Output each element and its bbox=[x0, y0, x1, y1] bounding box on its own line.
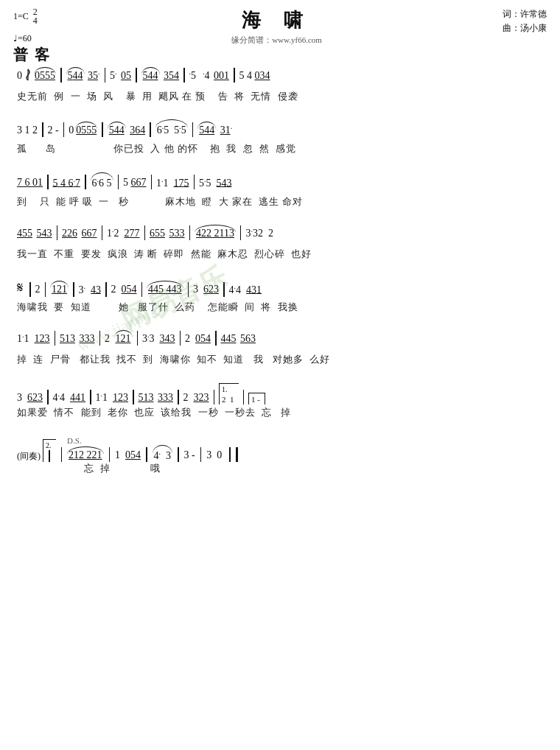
lyrics-row-3: 到 只 能 呼 吸 一 秒 麻木地 瞪 大 家在 逃生 命对 bbox=[17, 196, 543, 209]
bar-line bbox=[45, 282, 46, 297]
style-label: 普 客 bbox=[13, 43, 51, 66]
note: 5. bbox=[110, 67, 119, 83]
bar-line bbox=[214, 390, 215, 404]
bar-line bbox=[183, 68, 185, 83]
note: 3. 43 bbox=[79, 281, 102, 297]
bar-line bbox=[234, 68, 235, 83]
score-row-5: 𝄋 2 121 3. 43 2 054 445 443 bbox=[17, 278, 543, 315]
bar-line bbox=[146, 447, 147, 462]
notes-row-5: 𝄋 2 121 3. 43 2 054 445 443 bbox=[17, 278, 543, 301]
volta-label: 1. bbox=[222, 385, 234, 394]
notes-row-7: 3 623 4.4 441 1.1 123 513 333 2 323 1. 2… bbox=[17, 383, 543, 407]
note: .4 bbox=[197, 67, 210, 83]
bar-line bbox=[118, 175, 119, 189]
lyrics-row-4: 我一直 不重 要发 疯浪 涛 断 碎即 然能 麻木忍 烈心碎 也好 bbox=[17, 248, 543, 262]
note: 2 1 bbox=[222, 394, 234, 404]
time-signature: 1=C 24 bbox=[13, 7, 51, 27]
bar-line bbox=[63, 122, 65, 137]
score-row-6: 1.1 123 513 333 2 121 3.3 343 2 054 445 bbox=[17, 330, 543, 367]
composer: 曲：汤小康 bbox=[503, 21, 547, 35]
note: 513 bbox=[60, 332, 75, 346]
notes-row-8: (间奏) 2. D.S. 212 221 1 0 bbox=[17, 435, 543, 463]
notes-row-1: 0 0555 544 35. bbox=[17, 67, 543, 91]
score-row-3: 7 6 01 5 4 6.7 6.6 5 5 667 1.1 175 5.5 5… bbox=[17, 172, 543, 209]
note: 4. 3 bbox=[154, 447, 172, 463]
bar-line bbox=[57, 225, 58, 240]
note: 0 bbox=[17, 69, 22, 83]
note: 2 bbox=[35, 283, 41, 296]
bar-line bbox=[73, 282, 74, 297]
note: 333 bbox=[155, 391, 174, 404]
note: 121 bbox=[116, 332, 131, 346]
note: 544 bbox=[109, 124, 125, 137]
interlude-label: (间奏) bbox=[17, 451, 41, 463]
note: 422 2113 bbox=[196, 227, 234, 240]
note: 3 1 2 bbox=[17, 124, 38, 137]
ds-label: D.S. bbox=[67, 435, 82, 446]
note: 544 bbox=[143, 70, 158, 81]
note: 31. bbox=[217, 122, 232, 137]
bar-line bbox=[229, 447, 231, 462]
notes-row-6: 1.1 123 513 333 2 121 3.3 343 2 054 445 bbox=[17, 330, 543, 354]
note: 001 bbox=[211, 69, 230, 83]
note: 2 054 bbox=[185, 332, 211, 346]
note: 1 054 bbox=[115, 449, 141, 462]
header-right: 词：许常德 曲：汤小康 bbox=[503, 7, 547, 35]
note: 445 bbox=[221, 332, 237, 346]
note: 3 0 bbox=[206, 449, 222, 462]
song-title: 海 啸 bbox=[51, 7, 503, 33]
note: 455 bbox=[17, 227, 32, 240]
note: 354 bbox=[161, 69, 180, 83]
note: 1.1 175 bbox=[156, 175, 189, 190]
bar-line bbox=[133, 390, 134, 404]
note: 543 bbox=[34, 227, 52, 240]
note: 35. bbox=[85, 67, 100, 83]
lyrics-row-2: 孤 岛 你已投 入 他 的怀 抱 我 忽 然 感觉 bbox=[17, 143, 543, 156]
note: 3 623 bbox=[193, 283, 219, 296]
note: 5 bbox=[68, 70, 73, 81]
bar-line bbox=[42, 122, 43, 137]
note: 667 bbox=[79, 227, 97, 240]
note: 05 bbox=[121, 69, 131, 83]
bar-line bbox=[151, 175, 153, 189]
header: 1=C 24 ♩=60 普 客 海 啸 缘分简谱：www.yf66.com 词：… bbox=[13, 7, 547, 66]
bar-line bbox=[85, 175, 86, 189]
notes-row-4: 455 543 226 667 1.2 277 655 533 422 2113 bbox=[17, 225, 543, 248]
note: 364 bbox=[127, 124, 146, 137]
lyrics-row-6: 掉 连 尸骨 都让我 找不 到 海啸你 知不 知道 我 对她多 么好 bbox=[17, 354, 543, 367]
note: 44 bbox=[73, 70, 83, 81]
note: 4.4 431 bbox=[229, 281, 262, 297]
note: 1.2 277 bbox=[107, 225, 140, 240]
score-area: 0 0555 544 35. bbox=[13, 67, 547, 476]
final-bar-line bbox=[236, 447, 238, 462]
source-text: 缘分简谱：www.yf66.com bbox=[51, 35, 503, 46]
bar-line bbox=[240, 225, 242, 240]
beat-sig: 24 bbox=[33, 16, 38, 25]
bar-line bbox=[200, 447, 202, 462]
bar-line bbox=[99, 331, 101, 346]
note: 3 - bbox=[184, 449, 195, 462]
note: 0555 bbox=[35, 69, 55, 83]
note: 7 6 01 bbox=[17, 176, 43, 189]
note: 445 443 bbox=[148, 283, 182, 296]
bar-line bbox=[105, 68, 106, 83]
bar-line bbox=[223, 282, 225, 297]
lyrics-row-1: 史无前 例 一 场 风 暴 用 飓风 在 预 告 将 无情 侵袭 bbox=[17, 91, 543, 104]
bar-line bbox=[109, 447, 111, 462]
bar-line bbox=[194, 175, 195, 189]
bar-line bbox=[189, 225, 191, 240]
volta-label: 2. bbox=[46, 441, 53, 450]
note: 563 bbox=[238, 332, 256, 346]
bar-line bbox=[188, 282, 189, 297]
bar-line bbox=[102, 122, 103, 137]
note: 5 667 bbox=[123, 176, 147, 189]
score-row-8: (间奏) 2. D.S. 212 221 1 0 bbox=[17, 435, 543, 476]
note: 226 bbox=[62, 227, 77, 240]
bar-line bbox=[141, 282, 143, 297]
score-row-1: 0 0555 544 35. bbox=[17, 67, 543, 104]
bar-line bbox=[47, 175, 49, 189]
bar-line bbox=[49, 450, 50, 462]
score-row-7: 3 623 4.4 441 1.1 123 513 333 2 323 1. 2… bbox=[17, 383, 543, 420]
note: 1.1 123 bbox=[17, 330, 50, 346]
bar-line bbox=[178, 390, 179, 404]
